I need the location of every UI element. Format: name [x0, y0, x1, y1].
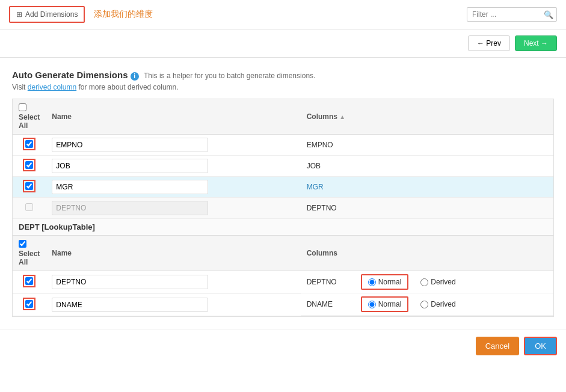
- dept-section-row: DEPT [LookupTable]: [13, 219, 553, 236]
- next-button[interactable]: Next →: [515, 35, 557, 51]
- add-dimensions-button[interactable]: ⊞ Add Dimensions: [9, 6, 85, 23]
- search-icon: 🔍: [544, 10, 553, 19]
- page-container: ⊞ Add Dimensions 添加我们的维度 🔍 ← Prev Next →…: [0, 0, 566, 392]
- column-value-2: MGR: [301, 177, 553, 198]
- columns-col-header: Columns ▲: [301, 99, 553, 135]
- dept-name-col-header: Name: [46, 236, 300, 271]
- header: ⊞ Add Dimensions 添加我们的维度 🔍: [0, 0, 566, 29]
- derived-note: Visit derived column for more about deri…: [12, 83, 554, 91]
- dept-section-label: DEPT [LookupTable]: [13, 219, 553, 236]
- dept-column-value-0: DEPTNO: [307, 278, 355, 286]
- auto-generate-info: This is a helper for you to batch genera…: [144, 72, 316, 80]
- derived-note-post: for more about derived column.: [79, 83, 179, 91]
- normal-label-1: Normal: [378, 300, 402, 308]
- footer-row: Cancel OK: [0, 329, 566, 363]
- dept-select-all-label: Select All: [19, 250, 40, 266]
- table-row: DEPTNO: [13, 198, 553, 219]
- derived-label-1: Derived: [431, 300, 455, 308]
- table-wrapper: Select All Name Columns ▲ EMPNOJOBMGRDEP…: [12, 99, 554, 317]
- normal-radio-group-0: Normal: [361, 274, 409, 290]
- normal-label-0: Normal: [378, 278, 402, 286]
- header-left: ⊞ Add Dimensions 添加我们的维度: [9, 6, 153, 23]
- column-value-1: JOB: [301, 156, 553, 177]
- normal-radio-0[interactable]: [368, 278, 376, 286]
- header-title: 添加我们的维度: [94, 9, 153, 20]
- dim-table: Select All Name Columns ▲ EMPNOJOBMGRDEP…: [13, 99, 553, 316]
- row-checkbox-2[interactable]: [25, 182, 33, 190]
- prev-button[interactable]: ← Prev: [468, 35, 510, 51]
- derived-link[interactable]: derived column: [28, 83, 76, 91]
- derived-label-0: Derived: [431, 278, 455, 286]
- name-col-header: Name: [46, 99, 300, 135]
- columns-col-label: Columns: [307, 112, 337, 121]
- ok-button[interactable]: OK: [524, 337, 557, 355]
- row-checkbox-3[interactable]: [25, 203, 33, 211]
- dept-columns-col-header: Columns: [301, 236, 553, 271]
- name-input-0[interactable]: [52, 138, 208, 152]
- row-checkbox-0[interactable]: [25, 140, 33, 148]
- info-icon: i: [131, 72, 139, 81]
- name-input-2[interactable]: [52, 180, 208, 194]
- name-input-1[interactable]: [52, 159, 208, 173]
- dept-table-row: DEPTNONormalDerived: [13, 271, 553, 294]
- nav-row: ← Prev Next →: [0, 29, 566, 58]
- empno-select-all-checkbox[interactable]: [19, 103, 26, 111]
- column-value-3: DEPTNO: [301, 198, 553, 219]
- auto-generate-title: Auto Generate Dimensions i This is a hel…: [12, 70, 554, 81]
- dept-header-row: Select All Name Columns: [13, 236, 553, 271]
- dept-select-all-checkbox[interactable]: [19, 240, 26, 248]
- table-header-row: Select All Name Columns ▲: [13, 99, 553, 135]
- normal-radio-1[interactable]: [368, 301, 376, 308]
- next-label: Next →: [524, 39, 548, 47]
- table-row: EMPNO: [13, 135, 553, 156]
- derived-radio-group-1: Derived: [414, 298, 461, 311]
- cancel-button[interactable]: Cancel: [476, 337, 519, 355]
- normal-radio-group-1: Normal: [361, 296, 409, 312]
- add-dimensions-label: Add Dimensions: [25, 10, 78, 19]
- name-input-3[interactable]: [52, 201, 208, 215]
- dept-name-input-1[interactable]: [52, 298, 208, 312]
- filter-wrap: 🔍: [467, 7, 557, 22]
- main-content: Auto Generate Dimensions i This is a hel…: [0, 58, 566, 323]
- dept-row-checkbox-0[interactable]: [25, 277, 33, 285]
- dept-row-checkbox-1[interactable]: [25, 300, 33, 308]
- col-arrow-icon: ▲: [339, 114, 345, 120]
- derived-radio-1[interactable]: [420, 301, 428, 308]
- column-value-0: EMPNO: [301, 135, 553, 156]
- derived-radio-0[interactable]: [420, 278, 428, 286]
- dept-name-input-0[interactable]: [52, 275, 208, 289]
- table-row: MGR: [13, 177, 553, 198]
- derived-note-pre: Visit: [12, 83, 25, 91]
- dept-column-value-1: DNAME: [307, 300, 355, 308]
- auto-generate-title-text: Auto Generate Dimensions: [12, 70, 128, 80]
- dept-table-row: DNAMENormalDerived: [13, 293, 553, 316]
- dept-select-all-col: Select All: [13, 236, 46, 271]
- row-checkbox-1[interactable]: [25, 161, 33, 169]
- derived-radio-group-0: Derived: [414, 275, 461, 289]
- prev-label: ← Prev: [477, 39, 501, 47]
- table-row: JOB: [13, 156, 553, 177]
- select-all-col: Select All: [13, 99, 46, 135]
- add-dimensions-icon: ⊞: [16, 10, 22, 19]
- select-all-label: Select All: [19, 113, 40, 130]
